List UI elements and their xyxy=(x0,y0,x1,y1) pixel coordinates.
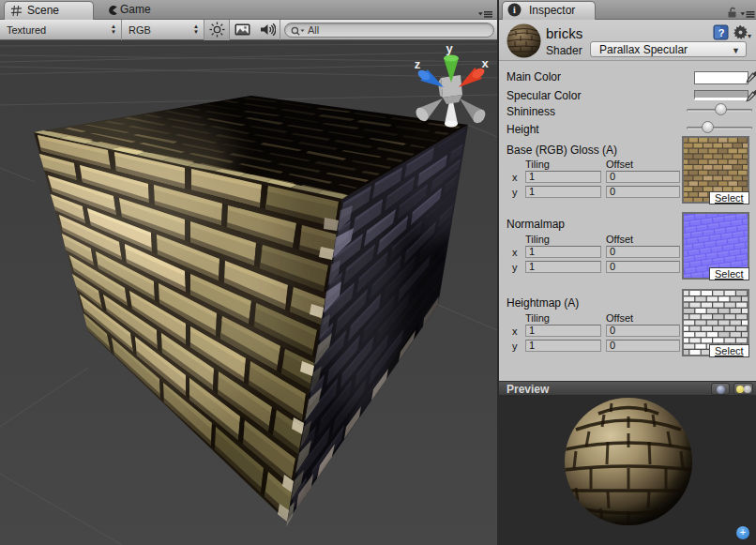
svg-text:i: i xyxy=(513,5,516,15)
svg-text:x: x xyxy=(481,56,489,70)
svg-text:?: ? xyxy=(718,27,725,38)
svg-text:z: z xyxy=(415,57,421,71)
svg-text:y: y xyxy=(446,41,453,55)
